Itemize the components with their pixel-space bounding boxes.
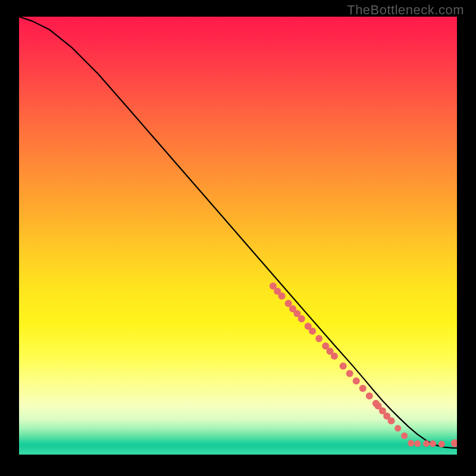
data-point (451, 439, 457, 447)
data-point (309, 327, 316, 334)
watermark-text: TheBottleneck.com (347, 2, 464, 18)
data-point (366, 392, 373, 399)
data-point (394, 425, 401, 431)
data-point (278, 293, 286, 300)
data-point (388, 417, 395, 424)
data-point (401, 433, 408, 439)
chart-frame: TheBottleneck.com (0, 0, 476, 476)
data-point (340, 362, 347, 369)
data-point (331, 352, 338, 359)
data-point (414, 440, 421, 447)
curve-line (19, 17, 457, 448)
plot-area (19, 17, 457, 455)
data-point (423, 440, 430, 447)
data-point (315, 335, 322, 342)
data-point (359, 385, 367, 392)
highlight-points (270, 283, 457, 447)
data-point (298, 315, 305, 322)
data-point (430, 440, 436, 447)
data-point (408, 440, 414, 446)
chart-svg (19, 17, 457, 455)
data-point (439, 441, 445, 447)
data-point (353, 377, 360, 384)
data-point (346, 370, 353, 377)
